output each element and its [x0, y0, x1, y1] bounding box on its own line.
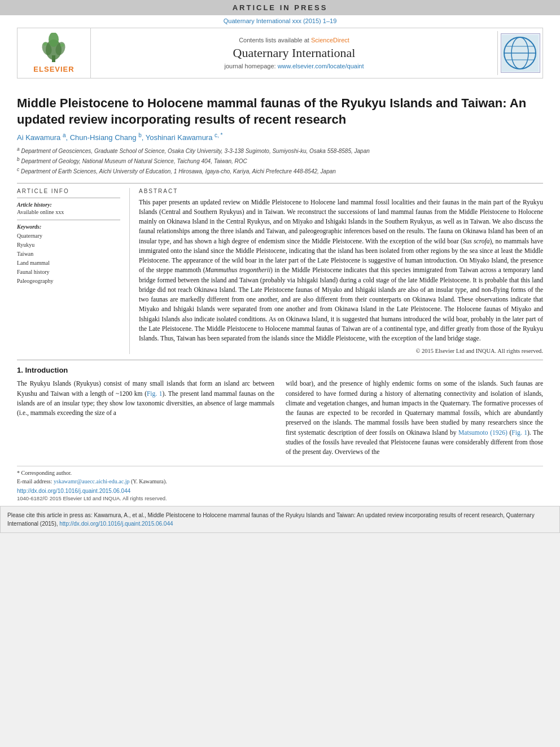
article-info-column: ARTICLE INFO Article history: Available …: [17, 188, 130, 355]
svg-point-5: [43, 42, 47, 46]
journal-ref-text: Quaternary International xxx (2015) 1–19: [224, 18, 337, 24]
article-info-heading: ARTICLE INFO: [17, 188, 120, 194]
authors-line: Ai Kawamura a, Chun-Hsiang Chang b, Yosh…: [17, 132, 543, 142]
keyword-land-mammal: Land mammal: [17, 259, 120, 268]
citation-doi-link[interactable]: http://dx.doi.org/10.1016/j.quaint.2015.…: [59, 521, 173, 527]
homepage-pre: journal homepage:: [224, 63, 277, 69]
footnote-area: * Corresponding author. E-mail address: …: [17, 466, 543, 486]
fig1-link-2[interactable]: Fig. 1: [511, 429, 527, 436]
fig1-link-1[interactable]: Fig. 1: [147, 390, 163, 397]
intro-heading: 1. Introduction: [17, 366, 543, 374]
divider-2: [17, 220, 120, 220]
svg-point-6: [60, 43, 64, 47]
keyword-faunal-history: Faunal history: [17, 268, 120, 277]
intro-right-col: wild boar), and the presence of highly e…: [286, 379, 543, 461]
journal-logo-area: [497, 31, 542, 75]
corresponding-author-note: * Corresponding author.: [17, 469, 543, 477]
email-label: E-mail address:: [17, 478, 54, 484]
history-label: Article history:: [17, 202, 120, 208]
affiliation-b: b Department of Geology, National Museum…: [17, 156, 543, 165]
article-in-press-banner: ARTICLE IN PRESS: [0, 0, 560, 15]
elsevier-logo-area: ELSEVIER: [18, 28, 91, 78]
science-direct-pre: Contents lists available at: [239, 37, 311, 43]
abstract-heading: ABSTRACT: [139, 188, 543, 194]
divider-1: [17, 198, 120, 198]
corresponding-label: * Corresponding author.: [17, 470, 72, 476]
doi-line: http://dx.doi.org/10.1016/j.quaint.2015.…: [17, 488, 543, 494]
history-value: Available online xxx: [17, 209, 120, 215]
abstract-text: This paper presents an updated review on…: [139, 198, 543, 344]
email-footnote: E-mail address: yskawamr@auecc.aichi-edu…: [17, 477, 543, 486]
citation-notice: Please cite this article in press as: Ka…: [0, 506, 560, 533]
journal-homepage: journal homepage: www.elsevier.com/locat…: [97, 63, 492, 69]
italic-sus-scrofa: Sus scrofa: [463, 238, 490, 244]
journal-header-center: Contents lists available at ScienceDirec…: [91, 32, 497, 74]
intro-two-col: The Ryukyu Islands (Ryukyus) consist of …: [17, 379, 543, 461]
homepage-link[interactable]: www.elsevier.com/locate/quaint: [278, 63, 364, 69]
keyword-ryukyu: Ryukyu: [17, 241, 120, 250]
journal-logo: [501, 33, 540, 73]
keywords-label: Keywords:: [17, 224, 120, 230]
article-info-abstract: ARTICLE INFO Article history: Available …: [17, 183, 543, 355]
elsevier-wordmark: ELSEVIER: [33, 65, 74, 73]
author-comma-1: , Chun-Hsiang Chang: [65, 134, 138, 142]
banner-text: ARTICLE IN PRESS: [233, 3, 328, 12]
matsumoto-link[interactable]: Matsumoto (1926): [458, 429, 508, 436]
journal-title: Quaternary International: [97, 46, 492, 60]
intro-left-col: The Ryukyu Islands (Ryukyus) consist of …: [17, 379, 274, 461]
intro-title: Introduction: [25, 366, 68, 374]
keyword-paleogeography: Paleogeography: [17, 277, 120, 286]
keyword-taiwan: Taiwan: [17, 250, 120, 259]
keyword-quaternary: Quaternary: [17, 231, 120, 241]
journal-reference: Quaternary International xxx (2015) 1–19: [0, 15, 560, 25]
italic-mammuthus: Mammuthus trogontherii: [205, 267, 271, 273]
author-name-1: Ai Kawamura: [17, 134, 63, 142]
doi-text[interactable]: http://dx.doi.org/10.1016/j.quaint.2015.…: [17, 488, 130, 494]
issn-line: 1040-6182/© 2015 Elsevier Ltd and INQUA.…: [17, 495, 543, 501]
email-suffix: (Y. Kawamura).: [129, 478, 167, 484]
intro-para-2: wild boar), and the presence of highly e…: [286, 379, 543, 457]
svg-point-4: [49, 33, 59, 47]
journal-header: ELSEVIER Contents lists available at Sci…: [17, 28, 543, 78]
elsevier-logo: ELSEVIER: [33, 33, 74, 73]
page: ARTICLE IN PRESS Quaternary Internationa…: [0, 0, 560, 533]
main-content: Middle Pleistocene to Holocene mammal fa…: [0, 81, 560, 501]
article-title: Middle Pleistocene to Holocene mammal fa…: [17, 95, 543, 128]
email-link[interactable]: yskawamr@auecc.aichi-edu.ac.jp: [54, 478, 129, 484]
science-direct-line: Contents lists available at ScienceDirec…: [97, 37, 492, 43]
abstract-column: ABSTRACT This paper presents an updated …: [130, 188, 543, 355]
affiliations: a Department of Geosciences, Graduate Sc…: [17, 146, 543, 176]
author-sup-3: c, *: [215, 132, 222, 138]
affiliation-c: c Department of Earth Sciences, Aichi Un…: [17, 166, 543, 176]
intro-number: 1.: [17, 366, 23, 374]
copyright-line: © 2015 Elsevier Ltd and INQUA. All right…: [139, 348, 543, 354]
journal-logo-icon: [502, 35, 539, 72]
intro-para-1: The Ryukyu Islands (Ryukyus) consist of …: [17, 379, 274, 418]
affiliation-a: a Department of Geosciences, Graduate Sc…: [17, 146, 543, 155]
science-direct-link[interactable]: ScienceDirect: [311, 37, 349, 43]
introduction-section: 1. Introduction The Ryukyu Islands (Ryuk…: [17, 360, 543, 501]
elsevier-tree-icon: [37, 33, 71, 64]
author-comma-2: , Yoshinari Kawamura: [142, 134, 215, 142]
